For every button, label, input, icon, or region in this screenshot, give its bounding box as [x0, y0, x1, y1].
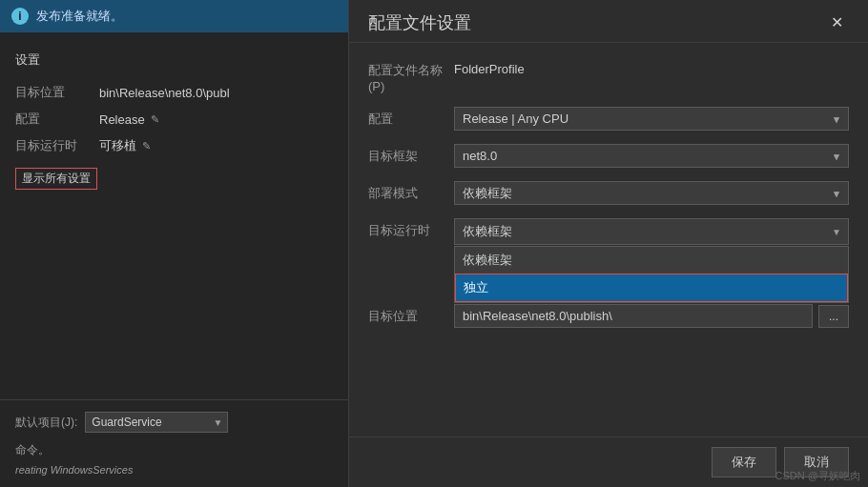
framework-select[interactable]: net8.0: [454, 144, 849, 168]
runtime-dropdown-popup: 依赖框架 独立: [454, 246, 849, 303]
close-button[interactable]: ✕: [825, 13, 849, 32]
runtime-dropdown-container: 依赖框架 ▼ 依赖框架 独立: [454, 218, 849, 245]
edit-runtime-icon[interactable]: ✎: [142, 140, 151, 152]
modal-overlay: 配置文件设置 ✕ 配置文件名称(P) FolderProfile 配置 Rele…: [348, 0, 868, 487]
setting-label-runtime: 目标运行时: [15, 137, 92, 154]
left-content: 设置 目标位置 bin\Release\net8.0\publ 配置 Relea…: [0, 32, 348, 399]
runtime-arrow: ▼: [832, 227, 841, 237]
value-profile-name: FolderProfile: [454, 58, 849, 76]
section-title: 设置: [15, 51, 333, 69]
info-message: 发布准备就绪。: [36, 8, 123, 25]
edit-config-icon[interactable]: ✎: [151, 113, 159, 126]
setting-label-target: 目标位置: [15, 84, 92, 101]
form-row-target-location: 目标位置 ...: [368, 304, 849, 328]
form-row-profile-name: 配置文件名称(P) FolderProfile: [368, 58, 849, 93]
setting-label-config: 配置: [15, 111, 92, 128]
label-profile-name: 配置文件名称(P): [368, 58, 454, 93]
setting-value-config: Release ✎: [99, 112, 159, 127]
setting-value-target: bin\Release\net8.0\publ: [99, 86, 230, 100]
target-location-input[interactable]: [454, 304, 813, 328]
log-text: reating WindowsServices: [15, 464, 333, 476]
setting-value-runtime: 可移植 ✎: [99, 137, 151, 154]
form-row-config: 配置 Release | Any CPU Debug | Any CPU ▼: [368, 107, 849, 131]
info-icon: i: [11, 8, 29, 25]
default-project-label: 默认项目(J):: [15, 415, 77, 431]
watermark: CSDN @寻妖吃肉: [775, 469, 860, 483]
save-button[interactable]: 保存: [712, 447, 776, 477]
label-deploy-mode: 部署模式: [368, 181, 454, 202]
label-target-location: 目标位置: [368, 304, 454, 325]
runtime-option-standalone[interactable]: 独立: [455, 274, 848, 302]
label-framework: 目标框架: [368, 144, 454, 165]
command-label: 命令。: [15, 442, 333, 458]
default-project-select[interactable]: GuardService: [85, 412, 228, 433]
target-location-row: ...: [454, 304, 849, 328]
runtime-select-display[interactable]: 依赖框架 ▼: [454, 218, 849, 245]
modal-body: 配置文件名称(P) FolderProfile 配置 Release | Any…: [349, 43, 868, 436]
label-config: 配置: [368, 107, 454, 128]
default-project-row: 默认项目(J): GuardService ▼: [15, 412, 333, 433]
config-select-wrapper: Release | Any CPU Debug | Any CPU ▼: [454, 107, 849, 131]
framework-select-wrapper: net8.0 ▼: [454, 144, 849, 168]
deploy-mode-select[interactable]: 依赖框架 独立: [454, 181, 849, 205]
left-bottom: 默认项目(J): GuardService ▼ 命令。 reating Wind…: [0, 399, 348, 487]
runtime-selected-value: 依赖框架: [463, 224, 512, 238]
setting-row-config: 配置 Release ✎: [15, 111, 333, 128]
setting-row-target: 目标位置 bin\Release\net8.0\publ: [15, 84, 333, 101]
modal-title: 配置文件设置: [368, 11, 471, 34]
label-target-runtime: 目标运行时: [368, 218, 454, 239]
info-bar: i 发布准备就绪。: [0, 0, 348, 32]
form-row-deploy-mode: 部署模式 依赖框架 独立 ▼: [368, 181, 849, 205]
show-all-settings-button[interactable]: 显示所有设置: [15, 168, 97, 190]
deploy-mode-select-wrapper: 依赖框架 独立 ▼: [454, 181, 849, 205]
runtime-option-framework[interactable]: 依赖框架: [455, 247, 848, 274]
browse-button[interactable]: ...: [818, 305, 849, 328]
left-panel: i 发布准备就绪。 设置 目标位置 bin\Release\net8.0\pub…: [0, 0, 348, 487]
config-select[interactable]: Release | Any CPU Debug | Any CPU: [454, 107, 849, 131]
setting-row-runtime: 目标运行时 可移植 ✎: [15, 137, 333, 154]
form-row-target-runtime: 目标运行时 依赖框架 ▼ 依赖框架 独立: [368, 218, 849, 245]
form-row-framework: 目标框架 net8.0 ▼: [368, 144, 849, 168]
modal-header: 配置文件设置 ✕: [349, 0, 868, 43]
